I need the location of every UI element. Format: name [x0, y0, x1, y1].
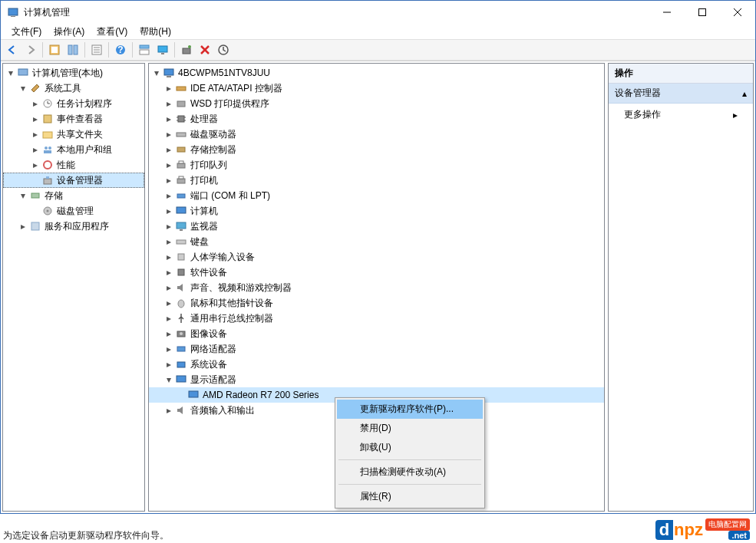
svg-point-39 — [47, 210, 49, 212]
category-system-devices[interactable]: ▸系统设备 — [149, 357, 604, 372]
svg-rect-69 — [189, 391, 198, 397]
console-tree-pane[interactable]: ▾ 计算机管理(本地) ▾ 系统工具 ▸ 任务计划程序 ▸ 事件 — [2, 63, 145, 512]
tree-task-scheduler[interactable]: ▸ 任务计划程序 — [3, 96, 144, 111]
chevron-right-icon[interactable]: ▸ — [163, 251, 175, 263]
tree-root[interactable]: ▾ 计算机管理(本地) — [3, 65, 144, 81]
actions-section[interactable]: 设备管理器 ▴ — [609, 84, 753, 104]
chevron-down-icon[interactable]: ▾ — [17, 82, 29, 94]
menu-help[interactable]: 帮助(H) — [134, 24, 177, 40]
category-display-adapters[interactable]: ▾显示适配器 — [149, 372, 604, 387]
close-button[interactable] — [720, 1, 755, 24]
tree-services-apps[interactable]: ▸ 服务和应用程序 — [3, 219, 144, 234]
uninstall-button[interactable] — [196, 41, 213, 58]
category-printers[interactable]: ▸打印机 — [149, 173, 604, 188]
chevron-right-icon[interactable]: ▸ — [163, 97, 175, 110]
tree-shared-folders[interactable]: ▸ 共享文件夹 — [3, 127, 144, 142]
category-processors[interactable]: ▸处理器 — [149, 111, 604, 127]
update-driver-button[interactable] — [215, 41, 232, 58]
category-mice[interactable]: ▸鼠标和其他指针设备 — [149, 295, 604, 311]
category-computer[interactable]: ▸计算机 — [149, 203, 604, 219]
chevron-right-icon[interactable]: ▸ — [163, 113, 175, 125]
category-software-devices[interactable]: ▸软件设备 — [149, 265, 604, 280]
action-more[interactable]: 更多操作 ▸ — [609, 104, 753, 126]
category-sound[interactable]: ▸声音、视频和游戏控制器 — [149, 280, 604, 295]
tools-icon — [29, 82, 41, 94]
cm-update-driver[interactable]: 更新驱动程序软件(P)... — [337, 400, 483, 419]
computer-icon — [175, 205, 187, 217]
chevron-right-icon[interactable]: ▸ — [163, 404, 175, 416]
svg-rect-68 — [177, 376, 186, 382]
tree-performance[interactable]: ▸ 性能 — [3, 157, 144, 173]
action-bar-button[interactable] — [136, 41, 153, 58]
help-button[interactable]: ? — [112, 41, 129, 58]
category-monitors[interactable]: ▸监视器 — [149, 219, 604, 234]
chevron-right-icon[interactable]: ▸ — [29, 113, 41, 125]
chevron-right-icon[interactable]: ▸ — [17, 220, 29, 232]
chevron-down-icon[interactable]: ▾ — [163, 374, 175, 386]
category-keyboards[interactable]: ▸键盘 — [149, 234, 604, 249]
chevron-right-icon[interactable]: ▸ — [163, 159, 175, 171]
forward-button[interactable] — [22, 41, 39, 58]
maximize-button[interactable] — [685, 1, 720, 24]
category-network[interactable]: ▸网络适配器 — [149, 341, 604, 357]
chevron-right-icon[interactable]: ▸ — [163, 281, 175, 294]
tree-event-viewer[interactable]: ▸ 事件查看器 — [3, 111, 144, 127]
chevron-right-icon[interactable]: ▸ — [163, 128, 175, 140]
svg-text:?: ? — [117, 44, 123, 55]
category-print-queues[interactable]: ▸打印队列 — [149, 157, 604, 173]
menu-file[interactable]: 文件(F) — [5, 24, 48, 40]
chevron-right-icon[interactable]: ▸ — [163, 266, 175, 278]
category-storage-controllers[interactable]: ▸存储控制器 — [149, 142, 604, 157]
category-imaging[interactable]: ▸图像设备 — [149, 326, 604, 341]
context-menu: 更新驱动程序软件(P)... 禁用(D) 卸载(U) 扫描检测硬件改动(A) 属… — [335, 397, 485, 508]
chevron-right-icon[interactable]: ▸ — [163, 189, 175, 202]
chevron-down-icon[interactable]: ▾ — [5, 67, 17, 79]
print-queue-icon — [175, 159, 187, 171]
chevron-right-icon[interactable]: ▸ — [163, 82, 175, 94]
svg-rect-19 — [161, 53, 164, 54]
tree-device-manager[interactable]: ▸ 设备管理器 — [3, 173, 144, 188]
minimize-button[interactable] — [649, 1, 685, 24]
cm-properties[interactable]: 属性(R) — [337, 487, 483, 506]
category-ports[interactable]: ▸端口 (COM 和 LPT) — [149, 188, 604, 203]
cm-uninstall[interactable]: 卸载(U) — [337, 438, 483, 457]
device-root[interactable]: ▾4BCWPM51NTV8JUU — [149, 65, 604, 81]
category-wsd[interactable]: ▸WSD 打印提供程序 — [149, 96, 604, 111]
chevron-right-icon[interactable]: ▸ — [163, 143, 175, 156]
chevron-right-icon[interactable]: ▸ — [163, 174, 175, 186]
tree-local-users[interactable]: ▸ 本地用户和组 — [3, 142, 144, 157]
category-ide[interactable]: ▸IDE ATA/ATAPI 控制器 — [149, 81, 604, 96]
cm-scan-hardware[interactable]: 扫描检测硬件改动(A) — [337, 462, 483, 482]
tree-storage[interactable]: ▾ 存储 — [3, 188, 144, 203]
cm-disable[interactable]: 禁用(D) — [337, 419, 483, 438]
chevron-right-icon[interactable]: ▸ — [163, 327, 175, 340]
properties-panel-button[interactable] — [64, 41, 81, 58]
properties-button[interactable] — [88, 41, 105, 58]
scan-hardware-button[interactable] — [178, 41, 195, 58]
chevron-right-icon[interactable]: ▸ — [163, 235, 175, 248]
menu-action[interactable]: 操作(A) — [48, 24, 91, 40]
tree-system-tools[interactable]: ▾ 系统工具 — [3, 81, 144, 96]
monitor-button[interactable] — [154, 41, 171, 58]
chevron-down-icon[interactable]: ▾ — [150, 67, 163, 79]
chevron-right-icon[interactable]: ▸ — [163, 220, 175, 232]
chevron-right-icon[interactable]: ▸ — [29, 128, 41, 140]
menu-view[interactable]: 查看(V) — [91, 24, 134, 40]
tree-disk-management[interactable]: ▸ 磁盘管理 — [3, 203, 144, 219]
back-button[interactable] — [4, 41, 21, 58]
system-device-icon — [175, 358, 187, 370]
category-usb[interactable]: ▸通用串行总线控制器 — [149, 311, 604, 326]
category-hid[interactable]: ▸人体学输入设备 — [149, 249, 604, 265]
chevron-right-icon[interactable]: ▸ — [163, 343, 175, 355]
chevron-right-icon[interactable]: ▸ — [29, 97, 41, 110]
category-disk-drives[interactable]: ▸磁盘驱动器 — [149, 127, 604, 142]
chevron-right-icon[interactable]: ▸ — [29, 159, 41, 171]
chevron-right-icon[interactable]: ▸ — [163, 297, 175, 309]
chevron-down-icon[interactable]: ▾ — [17, 189, 29, 202]
collapse-icon[interactable]: ▴ — [742, 88, 747, 99]
show-hide-tree-button[interactable] — [46, 41, 63, 58]
chevron-right-icon[interactable]: ▸ — [29, 143, 41, 156]
chevron-right-icon[interactable]: ▸ — [163, 312, 175, 324]
chevron-right-icon[interactable]: ▸ — [163, 358, 175, 370]
chevron-right-icon[interactable]: ▸ — [163, 205, 175, 217]
